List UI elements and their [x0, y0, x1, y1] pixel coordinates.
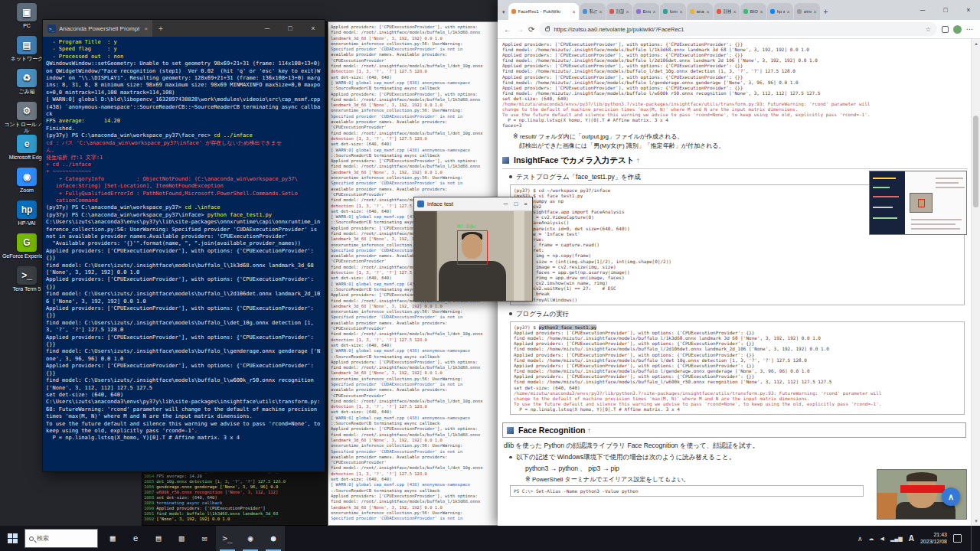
taskbar-app-task-view[interactable]: ▦	[101, 526, 124, 551]
console-line: landmark_3d_68 ['None', 3, 192, 192] 0.0…	[331, 370, 499, 376]
console-line: [ WARN:0] global D:\bld\libopencv_163289…	[46, 96, 322, 118]
console-line: available provider names. Available prov…	[331, 52, 499, 57]
console-line: P = np.linalg.lstsq(X_homo, Y)[0].T # Af…	[46, 435, 322, 442]
close-button[interactable]: ×	[957, 0, 980, 20]
tab-favicon-icon	[583, 9, 587, 14]
page-scrollbar[interactable]: ▲ ▼	[971, 39, 980, 526]
line-number: 1084	[144, 474, 154, 478]
close-button[interactable]: ×	[524, 201, 528, 207]
browser-menu-icon[interactable]: ⋯	[966, 25, 974, 33]
ime-indicator[interactable]: A	[909, 534, 914, 543]
browser-tab[interactable]: 顔認証メモ×	[606, 3, 632, 20]
taskbar-app-store[interactable]: ▥	[170, 526, 193, 551]
favorite-star-icon[interactable]: ☆	[926, 26, 931, 33]
powershell-console-output[interactable]: - Program Title : y - Speed flag : y - P…	[43, 37, 325, 471]
screenshot-thumbnail[interactable]	[869, 171, 967, 235]
browser-tab[interactable]: Emotion×	[633, 3, 659, 20]
tab-favicon-icon	[690, 9, 694, 14]
show-desktop-button[interactable]	[971, 526, 974, 551]
back-to-top-button[interactable]: ∧	[942, 487, 960, 506]
console-line: onnxruntime_inference_collection.py:56: …	[331, 108, 499, 113]
tab-title: FaceRec1 - PukiWiki	[518, 9, 571, 14]
tab-close-icon[interactable]: ×	[144, 25, 148, 32]
browser-tab[interactable]: FaceRec1 - PukiWiki×	[508, 3, 579, 20]
minimize-button[interactable]: ─	[911, 0, 934, 20]
taskbar-app-camera[interactable]: ◉	[239, 526, 262, 551]
url-text[interactable]: https://izutsu.aa0.netvolante.jp/pukiwik…	[554, 26, 921, 33]
tab-close-icon[interactable]: ×	[760, 9, 763, 15]
taskbar-app-browser[interactable]: ●	[262, 526, 285, 551]
console-line: [ WARN:0] global cap_msmf.cpp (438) anon…	[331, 482, 499, 487]
tab-close-icon[interactable]: ×	[626, 9, 629, 15]
cloud-icon[interactable]: ☁	[869, 536, 874, 542]
browser-tab[interactable]: formOCR×	[660, 3, 686, 20]
network-icon[interactable]: ▂▄▆	[890, 536, 903, 542]
minimize-button[interactable]: ─	[504, 201, 508, 207]
tab-close-icon[interactable]: ×	[813, 9, 816, 15]
browser-tab[interactable]: winmemory×	[794, 3, 820, 20]
browser-tab[interactable]: 顔検出の実装×	[714, 3, 740, 20]
anchor-link[interactable]: †	[637, 158, 640, 163]
search-input[interactable]: 検索	[24, 529, 98, 548]
maximize-button[interactable]: □	[934, 0, 957, 20]
scrollbar-thumb[interactable]	[973, 116, 978, 207]
tab-close-icon[interactable]: ×	[733, 9, 736, 15]
profile-avatar[interactable]	[953, 25, 962, 34]
tab-close-icon[interactable]: ×	[599, 9, 602, 15]
console-line: 1087w600k_r50.onnx recognition ['None', …	[144, 490, 325, 495]
console-line: set det-size: (640, 640)	[331, 343, 499, 348]
browser-tab[interactable]: hp anti 保守×	[767, 3, 793, 20]
taskbar-app-mail[interactable]: ✉	[193, 526, 216, 551]
forward-icon[interactable]: →	[516, 25, 524, 34]
taskbar-app-powershell[interactable]: >_	[216, 526, 239, 551]
notification-center-icon[interactable]	[953, 534, 962, 543]
back-icon[interactable]: ←	[504, 25, 511, 34]
taskbar-app-edge[interactable]: e	[124, 526, 147, 551]
console-text: + ~~~~~~~~~~~~	[46, 168, 91, 174]
taskbar-app-explorer[interactable]: ▤	[147, 526, 170, 551]
extensions-icon[interactable]	[942, 26, 949, 33]
console-line: find model: /root/.insightface/models/bu…	[331, 331, 499, 337]
tab-close-icon[interactable]: ×	[786, 9, 789, 15]
console-line: detection [1, 3, '?', '?'] 127.5 128.0	[331, 337, 499, 343]
browser-tab[interactable]: ana docs×	[687, 3, 713, 20]
browser-tab[interactable]: 私のVAIO×	[580, 3, 606, 20]
close-button[interactable]: ×	[302, 20, 325, 37]
maximize-button[interactable]: □	[514, 201, 518, 207]
browser-tab[interactable]: BIOS設定×	[740, 3, 766, 20]
scroll-down-icon[interactable]: ▼	[972, 517, 980, 526]
console-line: Applied providers: ['CPUExecutionProvide…	[46, 248, 322, 262]
start-button[interactable]	[0, 526, 24, 551]
powershell-titlebar[interactable]: >_ Anaconda Powershell Prompt × + ─ □ ×	[43, 20, 325, 37]
tab-list-icon[interactable]: ▾	[501, 9, 508, 20]
minimize-button[interactable]: ─	[256, 20, 279, 37]
console-line: find model: /root/.insightface/models/bu…	[331, 30, 499, 35]
new-tab-button[interactable]: +	[158, 24, 163, 33]
tab-close-icon[interactable]: ×	[706, 9, 709, 15]
console-line: if cv2.waitKey(1) == 27: # ESC	[514, 285, 961, 291]
console-line: 1091find model: buffalo_l\1k3d68.onnx la…	[144, 511, 325, 517]
console-line: 'CPUExecutionProvider'	[331, 393, 499, 399]
tab-close-icon[interactable]: ×	[679, 9, 682, 15]
reload-icon[interactable]: ⟳	[528, 25, 534, 34]
line-number: 1092	[144, 517, 154, 521]
maximize-button[interactable]: □	[279, 20, 302, 37]
red-censor-bar	[900, 485, 945, 493]
webcam-titlebar[interactable]: inface test ─ □ ×	[414, 197, 532, 211]
tab-close-icon[interactable]: ×	[652, 9, 655, 15]
scroll-up-icon[interactable]: ▲	[972, 39, 980, 48]
console-line: Applied providers: ['CPUExecutionProvide…	[46, 305, 322, 320]
volume-icon[interactable]: ◀	[880, 536, 884, 542]
address-bar[interactable]: https://izutsu.aa0.netvolante.jp/pukiwik…	[539, 22, 937, 36]
tab-close-icon[interactable]: ×	[572, 9, 575, 15]
code-block-alias[interactable]: PS C:\> Set-Alias -Name python3 -Value p…	[510, 485, 864, 497]
console-text: Applied providers: ['CPUExecutionProvide…	[502, 85, 743, 90]
console-line: 1084FPS average: 14.20	[144, 474, 325, 479]
anchor-link[interactable]: †	[588, 428, 591, 433]
code-block-output[interactable]: (py37) $ python3 face_test1.pyApplied pr…	[510, 321, 965, 416]
taskbar-clock[interactable]: 21:43 2023/12/08	[920, 532, 947, 545]
tray-caret-icon[interactable]: ∧	[858, 535, 863, 543]
console-line: "Available providers: '{}'".format(name,…	[46, 240, 322, 247]
powershell-tab[interactable]: >_ Anaconda Powershell Prompt ×	[43, 20, 152, 37]
new-tab-button[interactable]: +	[821, 8, 833, 20]
